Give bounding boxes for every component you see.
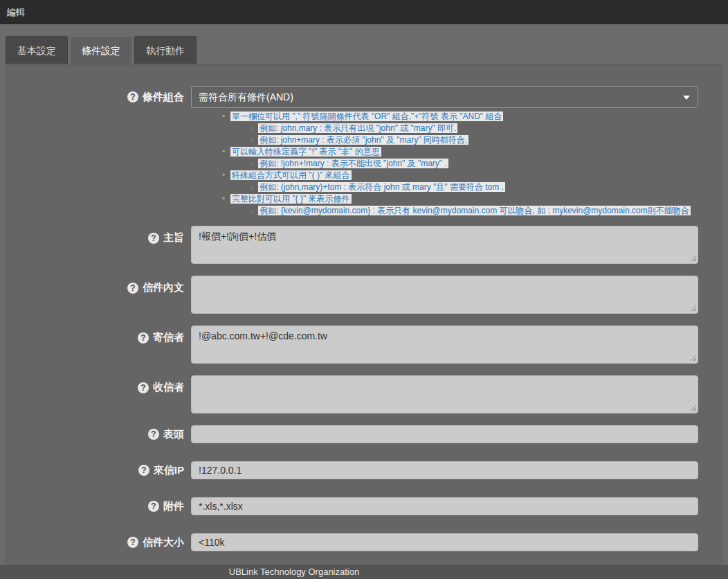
- help-item-text: 例如: (john,mary)+tom : 表示符合 john 或 mary "…: [258, 182, 505, 192]
- mail-size-label-cell: ?信件大小: [6, 536, 191, 549]
- condition-combination-label-cell: ? 條件組合: [6, 91, 191, 104]
- attachment-label-cell: ?附件: [6, 500, 191, 513]
- help-item: 例如: john,mary : 表示只有出現 "john" 或 "mary" 即…: [250, 123, 722, 134]
- help-item: 例如: (john,mary)+tom : 表示符合 john 或 mary "…: [250, 181, 722, 193]
- field-row-attachment: ?附件: [6, 497, 722, 515]
- footer-bar: UBLink Technology Organization: [0, 565, 728, 579]
- body-label-cell: ?信件內文: [6, 276, 191, 294]
- caret-down-icon: [683, 96, 690, 100]
- help-icon[interactable]: ?: [127, 283, 138, 294]
- field-row-body: ?信件內文: [6, 276, 722, 314]
- help-item: 例如: john+mary : 表示必須 "john" 及 "mary" 同時都…: [250, 134, 722, 145]
- help-list: 單一欄位可以用 "," 符號隔開條件代表 "OR" 組合,"+"符號 表示 "A…: [222, 111, 722, 216]
- source-ip-input[interactable]: [191, 461, 698, 479]
- condition-combination-select[interactable]: 需符合所有條件(AND): [191, 86, 698, 108]
- attachment-label: 附件: [163, 500, 184, 513]
- condition-combination-label: 條件組合: [143, 91, 184, 104]
- help-icon[interactable]: ?: [148, 501, 159, 512]
- help-item: 例如: {kevin@mydomain.com} : 表示只有 kevin@my…: [250, 205, 722, 216]
- help-item: 單一欄位可以用 "," 符號隔開條件代表 "OR" 組合,"+"符號 表示 "A…: [222, 111, 722, 122]
- page-title: 編輯: [7, 7, 25, 17]
- mail-size-input[interactable]: [191, 533, 698, 551]
- sender-label: 寄信者: [153, 331, 184, 344]
- condition-combination-value: 需符合所有條件(AND): [199, 91, 293, 103]
- help-icon[interactable]: ?: [138, 465, 149, 476]
- tab-basic-settings[interactable]: 基本設定: [6, 36, 68, 64]
- source-ip-label-cell: ?來信IP: [6, 464, 191, 477]
- help-item-text: 例如: john,mary : 表示只有出現 "john" 或 "mary" 即…: [258, 123, 457, 133]
- help-item: 完整比對可以用 "{ }" 來表示條件: [222, 193, 722, 204]
- window-title-bar: 編輯: [0, 0, 728, 24]
- attachment-input[interactable]: [191, 497, 698, 515]
- recipient-label: 收信者: [153, 381, 184, 394]
- help-item-text: 例如: {kevin@mydomain.com} : 表示只有 kevin@my…: [258, 206, 691, 215]
- help-item-text: 單一欄位可以用 "," 符號隔開條件代表 "OR" 組合,"+"符號 表示 "A…: [230, 112, 503, 121]
- subject-textarea[interactable]: !報價+!詢價+!估價: [191, 226, 698, 264]
- tab-condition-settings[interactable]: 條件設定: [70, 36, 132, 65]
- help-item: 例如: !john+!mary : 表示不能出現 "john" 及 "mary"…: [250, 158, 722, 169]
- help-icon[interactable]: ?: [138, 382, 149, 393]
- subject-label-cell: ?主旨: [6, 226, 191, 244]
- help-icon[interactable]: ?: [127, 91, 138, 103]
- field-row-recipient: ?收信者: [6, 375, 722, 413]
- field-row-condition-combination: ? 條件組合 需符合所有條件(AND): [6, 86, 722, 108]
- help-icon[interactable]: ?: [138, 332, 149, 344]
- recipient-textarea[interactable]: [191, 375, 698, 413]
- source-ip-label: 來信IP: [154, 464, 184, 477]
- field-row-source-ip: ?來信IP: [6, 461, 722, 479]
- mail-size-label: 信件大小: [143, 536, 184, 549]
- help-icon[interactable]: ?: [148, 429, 159, 440]
- sender-label-cell: ?寄信者: [6, 326, 191, 344]
- help-item-text: 例如: john+mary : 表示必須 "john" 及 "mary" 同時都…: [258, 135, 468, 145]
- sender-textarea[interactable]: !@abc.com.tw+!@cde.com.tw: [191, 326, 698, 364]
- header-label: 表頭: [163, 428, 184, 441]
- help-item-text: 特殊組合方式可以用 "( )" 來組合: [230, 170, 352, 180]
- body-textarea[interactable]: [191, 276, 698, 314]
- footer-text: UBLink Technology Organization: [0, 565, 588, 579]
- help-item-text: 例如: !john+!mary : 表示不能出現 "john" 及 "mary"…: [258, 159, 448, 168]
- field-row-mail-size: ?信件大小: [6, 533, 722, 551]
- field-row-header: ?表頭: [6, 425, 722, 443]
- help-item: 特殊組合方式可以用 "( )" 來組合: [222, 170, 722, 181]
- recipient-label-cell: ?收信者: [6, 375, 191, 394]
- help-item-text: 可以輸入特殊定義字 "!" 表示 "非" 的意思: [230, 147, 381, 157]
- subject-label: 主旨: [163, 231, 184, 244]
- help-item-text: 完整比對可以用 "{ }" 來表示條件: [230, 194, 352, 204]
- tab-execute-action[interactable]: 執行動作: [134, 36, 197, 64]
- header-input[interactable]: [191, 425, 698, 443]
- help-item: 可以輸入特殊定義字 "!" 表示 "非" 的意思: [222, 146, 722, 157]
- field-row-sender: ?寄信者!@abc.com.tw+!@cde.com.tw: [6, 326, 722, 364]
- help-icon[interactable]: ?: [148, 233, 159, 244]
- help-icon[interactable]: ?: [127, 537, 138, 548]
- condition-settings-panel: ? 條件組合 需符合所有條件(AND) 單一欄位可以用 "," 符號隔開條件代表…: [6, 64, 722, 565]
- form-fields: ?主旨!報價+!詢價+!估價?信件內文?寄信者!@abc.com.tw+!@cd…: [6, 226, 722, 551]
- header-label-cell: ?表頭: [6, 428, 191, 441]
- body-label: 信件內文: [143, 281, 184, 294]
- tab-bar: 基本設定 條件設定 執行動作: [6, 36, 199, 64]
- field-row-subject: ?主旨!報價+!詢價+!估價: [6, 226, 722, 264]
